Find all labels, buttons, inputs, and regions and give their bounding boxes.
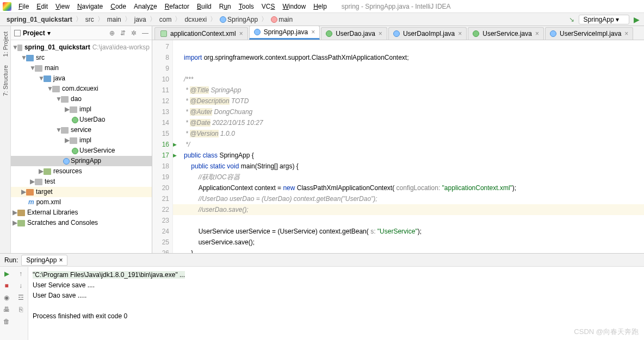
locate-icon[interactable]: ⊕ — [109, 29, 115, 37]
breadcrumb-item[interactable]: dcxuexi — [182, 15, 209, 24]
expand-icon[interactable]: ⇵ — [120, 29, 126, 37]
close-icon[interactable]: × — [59, 256, 63, 264]
run-panel: Run: SpringApp × ▶ ↑ ■ ↓ ◉ ☲ 🖶 ⎘ 🗑 "C:\P… — [0, 253, 644, 340]
trash-icon[interactable]: 🗑 — [2, 318, 11, 325]
code-editor[interactable]: 789101112131415 1617181920212223242526 i… — [152, 40, 644, 253]
build-icon[interactable]: ↘ — [569, 16, 574, 23]
watermark: CSDN @向春天奔跑 — [574, 327, 639, 337]
interface-icon — [473, 30, 479, 37]
editor-tab[interactable]: UserDao.java× — [321, 27, 387, 40]
class-icon — [220, 16, 226, 23]
editor-tab[interactable]: applicationContext.xml× — [154, 27, 248, 40]
menu-help[interactable]: Help — [309, 2, 331, 11]
stop-icon[interactable]: ■ — [2, 282, 11, 289]
class-icon — [550, 30, 556, 37]
exit-icon[interactable]: ⎘ — [16, 306, 25, 313]
menu-build[interactable]: Build — [193, 2, 215, 11]
breadcrumb-item[interactable]: main — [105, 15, 123, 24]
editor-tab[interactable]: UserService.java× — [468, 27, 544, 40]
app-logo-icon — [3, 2, 11, 11]
xml-icon — [160, 30, 167, 37]
menu-window[interactable]: Window — [278, 2, 309, 11]
class-icon — [63, 158, 70, 165]
editor-tabs: applicationContext.xml× SpringApp.java× … — [152, 26, 644, 40]
run-label: Run: — [4, 256, 18, 264]
menubar: File Edit View Navigate Code Analyze Ref… — [0, 0, 644, 13]
run-toolbar: ▶ ↑ ■ ↓ ◉ ☲ 🖶 ⎘ 🗑 — [0, 267, 28, 340]
close-icon[interactable]: × — [624, 30, 628, 37]
camera-icon[interactable]: ◉ — [2, 294, 11, 301]
editor-tab[interactable]: UserDaoImpl.java× — [388, 27, 467, 40]
close-icon[interactable]: × — [311, 28, 315, 36]
interface-icon — [72, 148, 78, 154]
project-panel: Project ▾ ⊕ ⇵ ✲ — ▼spring_01_quickstartC… — [11, 26, 152, 253]
breadcrumb-item[interactable]: java — [132, 15, 148, 24]
breadcrumb-item[interactable]: SpringApp — [218, 15, 260, 24]
window-title: spring - SpringApp.java - IntelliJ IDEA — [342, 3, 451, 10]
editor-tab[interactable]: UserServiceImpl.java× — [545, 27, 633, 40]
rerun-icon[interactable]: ▶ — [2, 270, 11, 278]
breadcrumb-item[interactable]: main — [269, 15, 295, 24]
menu-vcs[interactable]: VCS — [258, 2, 279, 11]
navbar: spring_01_quickstart〉 src〉 main〉 java〉 c… — [0, 13, 644, 26]
project-tree[interactable]: ▼spring_01_quickstartC:\java\idea-worksp… — [11, 40, 152, 253]
breadcrumb-item[interactable]: src — [83, 15, 96, 24]
layout-icon[interactable]: ☲ — [16, 294, 25, 301]
breadcrumbs: spring_01_quickstart〉 src〉 main〉 java〉 c… — [4, 15, 295, 24]
project-icon — [14, 30, 21, 36]
interface-icon — [72, 117, 78, 123]
menu-navigate[interactable]: Navigate — [73, 2, 107, 11]
interface-icon — [326, 30, 332, 37]
left-toolbar: 1: Project 7: Structure — [0, 26, 11, 253]
run-tab[interactable]: SpringApp × — [21, 255, 67, 266]
code-content[interactable]: import org.springframework.context.suppo… — [173, 40, 644, 253]
close-icon[interactable]: × — [458, 30, 462, 37]
print-icon[interactable]: 🖶 — [2, 306, 11, 313]
console-output[interactable]: "C:\Program Files\Java\jdk1.8.0_191\bin\… — [28, 267, 644, 340]
breadcrumb-item[interactable]: spring_01_quickstart — [4, 15, 75, 24]
close-icon[interactable]: × — [379, 30, 382, 37]
down-icon[interactable]: ↓ — [16, 282, 25, 289]
line-gutter: 789101112131415 1617181920212223242526 — [152, 40, 173, 253]
menu-refactor[interactable]: Refactor — [161, 2, 193, 11]
run-config-selector[interactable]: SpringApp ▾ — [579, 15, 629, 24]
up-icon[interactable]: ↑ — [16, 270, 25, 278]
hide-icon[interactable]: — — [142, 29, 148, 37]
menu-analyze[interactable]: Analyze — [130, 2, 161, 11]
sidebar-tab-project[interactable]: 1: Project — [1, 28, 10, 60]
menu-file[interactable]: File — [15, 2, 33, 11]
editor-tab[interactable]: SpringApp.java× — [249, 26, 320, 40]
class-icon — [254, 29, 261, 35]
menu-code[interactable]: Code — [107, 2, 130, 11]
settings-icon[interactable]: ✲ — [131, 29, 137, 37]
breadcrumb-item[interactable]: com — [157, 15, 174, 24]
project-label: Project — [23, 29, 45, 37]
run-button-icon[interactable]: ▶ — [634, 15, 640, 24]
tree-row-springapp: SpringApp — [11, 156, 152, 166]
menu-edit[interactable]: Edit — [33, 2, 52, 11]
menu-run[interactable]: Run — [215, 2, 235, 11]
menu-tools[interactable]: Tools — [235, 2, 258, 11]
close-icon[interactable]: × — [239, 30, 243, 37]
class-icon — [393, 30, 400, 37]
menu-view[interactable]: View — [52, 2, 73, 11]
close-icon[interactable]: × — [535, 30, 539, 37]
method-icon — [271, 16, 277, 23]
sidebar-tab-structure[interactable]: 7: Structure — [1, 62, 10, 99]
